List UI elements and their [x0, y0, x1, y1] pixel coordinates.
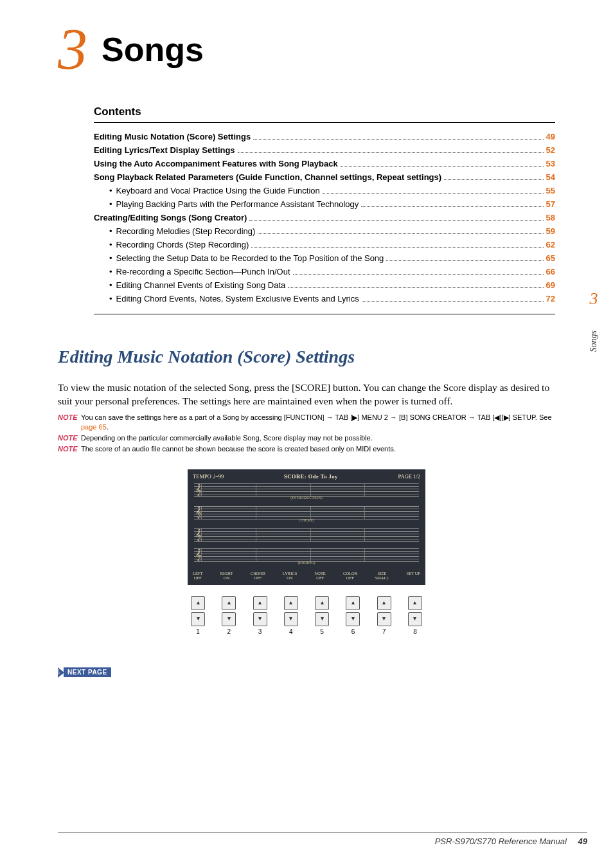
down-button[interactable]: ▾ [253, 612, 267, 626]
down-button[interactable]: ▾ [284, 612, 298, 626]
button-number: 8 [405, 628, 425, 635]
up-button[interactable]: ▴ [346, 596, 360, 610]
footer-manual: PSR-S970/S770 Reference Manual [435, 836, 567, 846]
side-tab-name: Songs [589, 330, 599, 352]
toc-entry[interactable]: •Recording Melodies (Step Recording)59 [94, 226, 555, 236]
toc-entry[interactable]: Creating/Editing Songs (Song Creator)58 [94, 213, 555, 222]
score-page: PAGE 1/2 [398, 473, 420, 480]
button-column: ▴▾1 [188, 594, 208, 635]
button-column: ▴▾8 [405, 594, 425, 635]
chapter-header: 3 Songs [58, 26, 555, 73]
toc-entry[interactable]: •Keyboard and Vocal Practice Using the G… [94, 186, 555, 195]
up-button[interactable]: ▴ [408, 596, 422, 610]
bullet-icon: • [109, 199, 112, 209]
score-tempo: TEMPO ♩=99 [193, 473, 224, 480]
footer-page: 49 [578, 836, 587, 846]
toc-page: 57 [546, 199, 555, 209]
toc-entry[interactable]: •Recording Chords (Step Recording)62 [94, 240, 555, 249]
score-param-label: CHORDOFF [251, 571, 265, 580]
page-footer: PSR-S970/S770 Reference Manual 49 [58, 832, 587, 846]
bullet-icon: • [109, 253, 112, 263]
toc-page: 55 [546, 186, 555, 195]
toc-entry[interactable]: •Re-recording a Specific Section—Punch I… [94, 267, 555, 276]
toc-entry[interactable]: Song Playback Related Parameters (Guide … [94, 172, 555, 182]
next-page-link[interactable]: ⇩ NEXT PAGE [58, 667, 111, 678]
score-param-label: NOTEOFF [315, 571, 326, 580]
up-button[interactable]: ▴ [315, 596, 329, 610]
button-column: ▴▾2 [218, 594, 239, 635]
toc-dots [341, 165, 544, 167]
toc-dots [288, 287, 543, 288]
toc-dots [251, 246, 543, 248]
toc-label: Editing Lyrics/Text Display Settings [94, 145, 235, 155]
up-button[interactable]: ▴ [253, 596, 267, 610]
up-button[interactable]: ▴ [191, 596, 205, 610]
toc-label: Selecting the Setup Data to be Recorded … [116, 253, 384, 263]
toc-label: Editing Music Notation (Score) Settings [94, 132, 251, 141]
button-column: ▴▾3 [250, 594, 271, 635]
up-button[interactable]: ▴ [284, 596, 298, 610]
note-label: NOTE [58, 444, 81, 453]
note-row: NOTEDepending on the particular commerci… [58, 433, 555, 442]
button-column: ▴▾5 [312, 594, 332, 635]
toc-entry[interactable]: Editing Lyrics/Text Display Settings52 [94, 145, 555, 155]
toc-entry[interactable]: Editing Music Notation (Score) Settings4… [94, 132, 555, 141]
note-text: Depending on the particular commercially… [81, 433, 373, 442]
button-number: 2 [218, 628, 239, 635]
down-button[interactable]: ▾ [377, 612, 391, 626]
toc-page: 69 [546, 280, 555, 290]
button-number: 7 [374, 628, 395, 635]
next-page-label: NEXT PAGE [64, 667, 111, 677]
button-number: 4 [281, 628, 301, 635]
score-param-label: SET UP [407, 571, 420, 580]
toc-entry[interactable]: •Selecting the Setup Data to be Recorded… [94, 253, 555, 263]
bullet-icon: • [109, 267, 112, 276]
button-number: 3 [250, 628, 271, 635]
score-title: SCORE: Ode To Joy [284, 473, 338, 480]
button-number: 1 [188, 628, 208, 635]
page-link[interactable]: page 65 [81, 423, 107, 431]
section-title: Editing Music Notation (Score) Settings [58, 347, 555, 367]
toc-label: Song Playback Related Parameters (Guide … [94, 172, 441, 182]
score-param-label: SIZESMALL [375, 571, 389, 580]
music-staff: 𝄞(THEME) [194, 506, 419, 522]
toc-entry[interactable]: •Editing Channel Events of Existing Song… [94, 280, 555, 290]
toc-dots [361, 206, 543, 207]
toc-dots [362, 300, 544, 302]
toc-dots [253, 138, 543, 140]
up-button[interactable]: ▴ [377, 596, 391, 610]
toc-label: Creating/Editing Songs (Song Creator) [94, 213, 247, 222]
bullet-icon: • [109, 280, 112, 290]
note-row: NOTEThe score of an audio file cannot be… [58, 444, 555, 453]
toc-page: 65 [546, 253, 555, 263]
down-button[interactable]: ▾ [408, 612, 422, 626]
note-text: You can save the settings here as a part… [81, 413, 555, 431]
note-row: NOTEYou can save the settings here as a … [58, 413, 555, 431]
down-button[interactable]: ▾ [346, 612, 360, 626]
toc-dots [323, 192, 544, 194]
toc-entry[interactable]: •Editing Chord Events, Notes, System Exc… [94, 294, 555, 303]
toc-entry[interactable]: •Playing Backing Parts with the Performa… [94, 199, 555, 209]
button-column: ▴▾4 [281, 594, 301, 635]
treble-clef-icon: 𝄞 [195, 484, 201, 497]
down-button[interactable]: ▾ [191, 612, 205, 626]
table-of-contents: Editing Music Notation (Score) Settings4… [94, 132, 555, 314]
button-column: ▴▾7 [374, 594, 395, 635]
toc-page: 49 [546, 132, 555, 141]
music-staff: 𝄞 [194, 529, 419, 542]
treble-clef-icon: 𝄞 [195, 507, 201, 520]
button-number: 5 [312, 628, 332, 635]
up-button[interactable]: ▴ [222, 596, 236, 610]
toc-entry[interactable]: Using the Auto Accompaniment Features wi… [94, 159, 555, 168]
chapter-number: 3 [58, 26, 86, 73]
down-button[interactable]: ▾ [315, 612, 329, 626]
down-button[interactable]: ▾ [222, 612, 236, 626]
bullet-icon: • [109, 186, 112, 195]
score-figure: TEMPO ♩=99 SCORE: Ode To Joy PAGE 1/2 𝄞(… [188, 469, 425, 635]
note-label: NOTE [58, 433, 81, 442]
score-param-label: LYRICSON [283, 571, 297, 580]
toc-label: Using the Auto Accompaniment Features wi… [94, 159, 338, 168]
bullet-icon: • [109, 294, 112, 303]
button-number: 6 [342, 628, 363, 635]
button-row: ▴▾1▴▾2▴▾3▴▾4▴▾5▴▾6▴▾7▴▾8 [188, 594, 425, 635]
